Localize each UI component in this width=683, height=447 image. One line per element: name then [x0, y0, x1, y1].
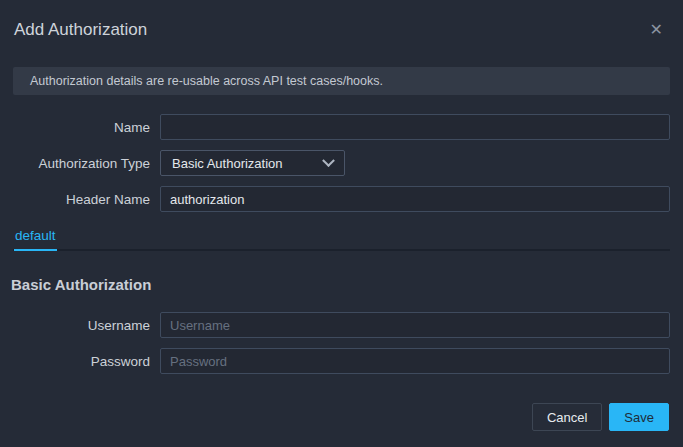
info-banner-text: Authorization details are re-usable acro… — [30, 74, 383, 88]
credentials-area: Username Password — [0, 312, 683, 374]
header-name-row: Header Name — [13, 186, 670, 212]
authorization-type-select[interactable]: Basic Authorization — [160, 150, 345, 176]
password-label: Password — [13, 354, 150, 369]
save-button[interactable]: Save — [609, 403, 669, 431]
modal-header: Add Authorization ✕ — [0, 0, 683, 40]
name-label: Name — [13, 120, 150, 135]
header-name-label: Header Name — [13, 192, 150, 207]
tab-bar: default — [13, 224, 670, 251]
close-icon[interactable]: ✕ — [646, 20, 667, 40]
password-input[interactable] — [160, 348, 670, 374]
add-authorization-modal: Add Authorization ✕ Authorization detail… — [0, 0, 683, 447]
header-name-input[interactable] — [160, 186, 670, 212]
name-input[interactable] — [160, 114, 670, 140]
form-area: Name Authorization Type Basic Authorizat… — [0, 114, 683, 212]
username-input[interactable] — [160, 312, 670, 338]
chevron-down-icon — [322, 154, 335, 167]
name-row: Name — [13, 114, 670, 140]
authorization-type-label: Authorization Type — [13, 156, 150, 171]
username-row: Username — [13, 312, 670, 338]
modal-footer: Cancel Save — [0, 403, 683, 431]
section-heading: Basic Authorization — [11, 276, 670, 293]
username-label: Username — [13, 318, 150, 333]
tab-default[interactable]: default — [14, 224, 57, 251]
cancel-button[interactable]: Cancel — [532, 403, 602, 431]
modal-title: Add Authorization — [14, 20, 147, 40]
password-row: Password — [13, 348, 670, 374]
authorization-type-selected-value: Basic Authorization — [172, 156, 283, 171]
info-banner: Authorization details are re-usable acro… — [13, 67, 670, 95]
authorization-type-row: Authorization Type Basic Authorization — [13, 150, 670, 176]
